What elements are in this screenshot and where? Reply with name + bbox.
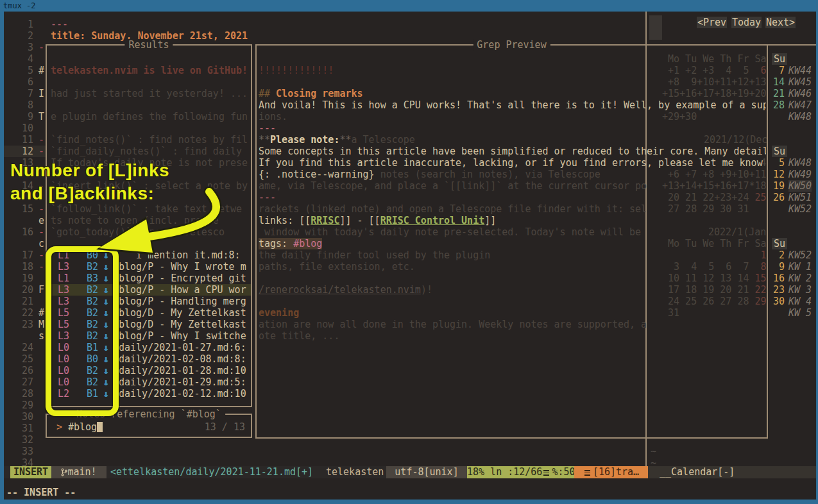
calendar-sunday-date[interactable]: 2	[773, 249, 785, 261]
calendar-week-number: KW 2	[788, 273, 812, 284]
editor-line: 11-`find_notes()` : find notes by fil	[13, 134, 257, 146]
column-number: %:50	[552, 466, 575, 478]
calendar-week-number: KW52	[788, 203, 812, 215]
preview-text-segment: evening	[259, 307, 299, 319]
line-number: 24	[13, 342, 33, 353]
calendar-sunday-date[interactable]: 23	[773, 284, 785, 296]
calendar-sunday-date[interactable]: 5	[773, 157, 785, 169]
preview-text-segment: If you find this article inaccurate, lac…	[259, 157, 763, 169]
calendar-sunday-header: Su	[772, 53, 787, 65]
next-month-button[interactable]: Next>	[765, 17, 796, 28]
buffer-char: s	[38, 330, 44, 342]
calendar-week-row: 10 11 12 13 14 1516KW 2	[662, 273, 818, 284]
calendar-week-row: +8 9+10+11+12+1314KW45	[662, 76, 818, 88]
buffer-text-segment: `find_notes()` : find notes by fil	[51, 134, 248, 146]
calendar-sunday-header: Su	[772, 146, 787, 157]
preview-text-segment: Some concepts in this article have been …	[259, 146, 766, 157]
preview-line: {: .notice--warning} notes (search in no…	[259, 169, 766, 180]
calendar-sunday-date[interactable]: 14	[773, 76, 785, 88]
calendar-week-number: KW45	[788, 76, 812, 88]
preview-text-segment: paths, file extension, etc.	[259, 261, 415, 273]
buffer-count-segment: [16]tra…	[574, 466, 648, 478]
scroll-thumb[interactable]	[649, 15, 662, 40]
calendar-week-number: KW51	[788, 192, 812, 203]
buffer-char: M	[38, 319, 44, 330]
statusline: INSERT main! <ettelkasten/daily/2021-11-…	[4, 466, 816, 478]
buffer-text: `follow_link()` : take text betwe	[51, 203, 242, 215]
buffer-char: T	[38, 111, 44, 122]
prompt-input[interactable]: > #blog 13 / 13	[46, 414, 252, 438]
buffer-text-segment: e plugin defines the following fun	[51, 111, 248, 122]
annotation-highlight-box	[46, 246, 119, 416]
calendar-day-group: 15	[749, 273, 766, 284]
preview-text-segment: And voila! This is how a CPU works! That…	[259, 99, 766, 111]
line-number: 19	[13, 273, 33, 284]
preview-text-segment: RRISC Control Unit	[380, 215, 485, 226]
buffer-char: -	[38, 203, 44, 215]
calendar-sunday-date[interactable]: 26	[773, 192, 785, 203]
preview-text-segment: ote title, ...	[259, 330, 339, 342]
preview-line: ote title, ...	[259, 330, 766, 342]
preview-text-segment: ]] - [[	[339, 215, 380, 226]
result-item-label: blog/P - How a CPU wor	[119, 284, 246, 296]
prev-month-button[interactable]: <Prev	[697, 17, 727, 28]
calendar-days: Mo Tu We Th Fr Sa	[662, 53, 767, 65]
calendar-sunday-date[interactable]: 28	[773, 99, 785, 111]
calendar-week-number: KW52	[788, 249, 812, 261]
line-number: 10	[13, 122, 33, 134]
calendar-week-number: KW48	[788, 111, 812, 122]
preview-text-segment: ---	[259, 122, 276, 134]
editor-line: ets note to open (incl. previe	[13, 215, 257, 226]
calendar-week-number: KW 3	[788, 284, 812, 296]
line-number: 20	[13, 284, 33, 296]
calendar-sunday-date[interactable]: 30	[773, 296, 785, 307]
preview-text-segment: **	[259, 134, 270, 146]
prompt-query-text: #blog	[68, 421, 97, 433]
calendar-sunday-date[interactable]: 19	[773, 180, 785, 192]
calendar-day-group: 24 25 26 27 28	[662, 296, 749, 307]
buffer-text: `goto_today()` pops up Telesco	[51, 226, 225, 238]
cursor-position-segment: 18% ln :12/66%:50	[467, 466, 574, 478]
preview-text-segment: #blog	[293, 238, 322, 249]
window-border-bottom	[0, 500, 818, 504]
preview-text-segment: !!!!!!!!!!!!!	[259, 65, 334, 76]
calendar-sunday-date[interactable]: 9	[773, 261, 785, 273]
editor-line: 15-`follow_link()` : take text betwe	[13, 203, 257, 215]
preview-text-segment: ##	[259, 88, 276, 99]
line-number: 1	[13, 19, 33, 30]
calendar-weekday-header: Mo Tu We Th Fr SaSu	[662, 53, 818, 65]
preview-line: the daily finder tool used by the plugin	[259, 249, 766, 261]
editor-line: 6	[13, 76, 257, 88]
line-number: 18	[13, 261, 33, 273]
text-cursor	[97, 422, 103, 432]
buffer-text-segment: telekasten.nvim is live on GitHub!	[51, 65, 248, 76]
buffer-char: -	[38, 249, 44, 261]
line-number: 11	[13, 134, 33, 146]
buffer-text-segment: ---	[51, 19, 68, 30]
line-number: 3	[13, 42, 33, 53]
calendar-statusline: __Calendar[-]	[648, 466, 816, 478]
scroll-percent: 18% ln :12/66	[467, 466, 542, 478]
line-number: 17	[13, 249, 33, 261]
buffer-text: had just started it yesterday! ...	[51, 88, 248, 99]
preview-text-segment: **	[339, 134, 351, 146]
today-button[interactable]: Today	[731, 17, 762, 28]
preview-text-segment: ]]	[484, 215, 496, 226]
buffer-text-segment: `goto_today()` pops up Telesco	[51, 226, 225, 238]
calendar-sunday-date[interactable]: 16	[773, 273, 785, 284]
calendar-sunday-date[interactable]: 12	[773, 169, 785, 180]
result-item-label: daily/2021-02-12.md:10	[119, 388, 246, 399]
buffer-list-icon	[584, 470, 590, 476]
preview-text-segment: Please note:	[270, 134, 339, 146]
buffer-count-label: [16]tra…	[593, 466, 639, 478]
line-number: 5	[13, 65, 33, 76]
calendar-sunday-date[interactable]: 21	[773, 88, 785, 99]
line-number: 15	[13, 203, 33, 215]
buffer-text: title: Sunday, November 21st, 2021	[51, 30, 248, 42]
line-number: 2	[13, 30, 33, 42]
calendar-day-group: Mo Tu We Th Fr Sa	[662, 53, 767, 65]
preview-text-segment: ---	[259, 192, 276, 203]
calendar-days: +8 9+10+11+12+13	[662, 76, 767, 88]
calendar-sunday-date[interactable]: 7	[773, 65, 785, 76]
line-number: 7	[13, 88, 33, 99]
